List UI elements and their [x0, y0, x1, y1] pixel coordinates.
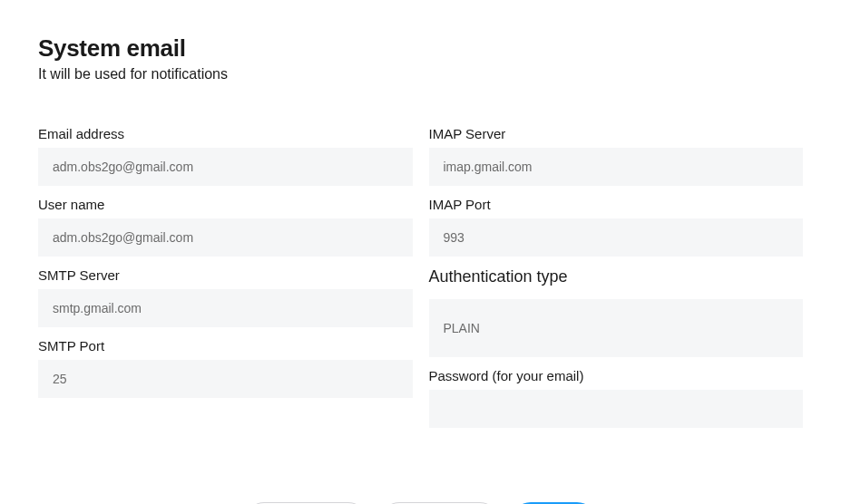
smtp-server-field-group: SMTP Server	[38, 267, 413, 327]
password-input[interactable]	[429, 390, 804, 428]
auth-type-input[interactable]	[429, 299, 804, 357]
password-field-group: Password (for your email)	[429, 368, 804, 428]
left-column: Email address User name SMTP Server SMTP…	[38, 126, 413, 439]
right-column: IMAP Server IMAP Port Authentication typ…	[429, 126, 804, 439]
smtp-port-input[interactable]	[38, 360, 413, 398]
imap-port-input[interactable]	[429, 218, 804, 257]
imap-port-label: IMAP Port	[429, 197, 804, 212]
auth-type-label: Authentication type	[429, 267, 804, 286]
email-input[interactable]	[38, 148, 413, 186]
smtp-server-input[interactable]	[38, 289, 413, 327]
page-subtitle: It will be used for notifications	[38, 66, 803, 82]
form-columns: Email address User name SMTP Server SMTP…	[38, 126, 803, 439]
email-field-group: Email address	[38, 126, 413, 186]
imap-server-field-group: IMAP Server	[429, 126, 804, 186]
smtp-port-field-group: SMTP Port	[38, 338, 413, 398]
page-title: System email	[38, 34, 803, 63]
auth-type-field-group: Authentication type	[429, 267, 804, 357]
smtp-port-label: SMTP Port	[38, 338, 413, 354]
smtp-server-label: SMTP Server	[38, 267, 413, 283]
email-label: Email address	[38, 126, 413, 141]
imap-server-input[interactable]	[429, 148, 804, 186]
imap-server-label: IMAP Server	[429, 126, 804, 141]
username-input[interactable]	[38, 218, 413, 257]
username-field-group: User name	[38, 197, 413, 257]
password-label: Password (for your email)	[429, 368, 804, 383]
imap-port-field-group: IMAP Port	[429, 197, 804, 257]
username-label: User name	[38, 197, 413, 212]
